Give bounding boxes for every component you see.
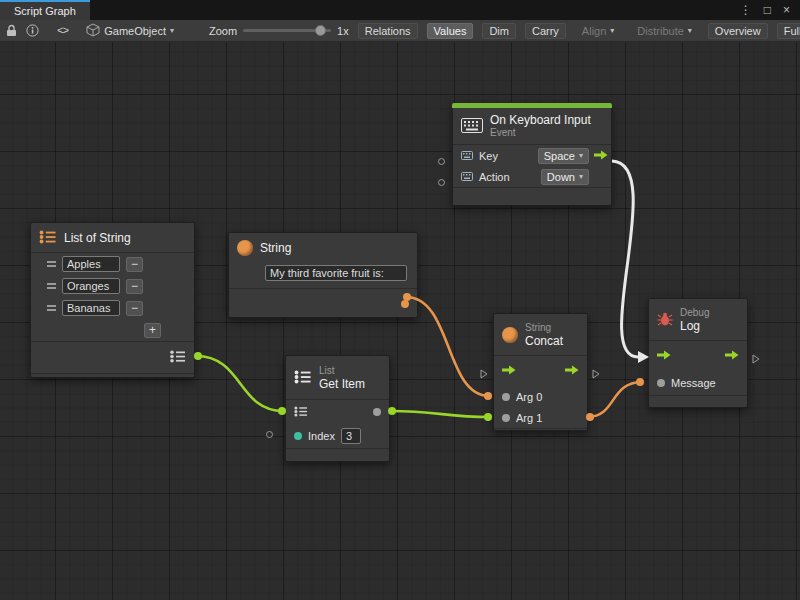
- graph-canvas[interactable]: On Keyboard Input Event Key Space ▾: [0, 42, 800, 600]
- list-icon: [294, 370, 312, 386]
- arg0-row: Arg 0: [494, 386, 587, 407]
- list-output-port-icon[interactable]: [170, 350, 186, 365]
- node-title: On Keyboard Input: [490, 113, 591, 127]
- node-footer: [649, 395, 747, 408]
- graph-toolbar: <> GameObject ▾ Zoom 1x Relations Values…: [0, 20, 800, 42]
- node-debug-log[interactable]: Debug Log Message: [648, 298, 748, 408]
- close-icon[interactable]: ×: [783, 3, 790, 17]
- flow-output-port[interactable]: [725, 350, 739, 362]
- string-value-row: [229, 263, 417, 283]
- list-item-input[interactable]: [62, 278, 120, 294]
- flow-output-triangle[interactable]: [752, 350, 760, 368]
- pane-menu-icon[interactable]: ⋮: [740, 3, 752, 17]
- item-output-port[interactable]: [373, 408, 381, 416]
- arg0-input-port[interactable]: [502, 393, 510, 401]
- arg1-row: Arg 1: [494, 407, 587, 428]
- fullscreen-button[interactable]: Full Screen: [777, 23, 800, 39]
- node-concat[interactable]: String Concat Arg 0 Arg 1: [493, 313, 588, 431]
- message-row: Message: [649, 371, 747, 395]
- list-icon: [39, 230, 57, 246]
- overview-button[interactable]: Overview: [708, 23, 768, 39]
- key-port-circle[interactable]: [438, 158, 445, 165]
- list-item-input[interactable]: [62, 256, 120, 272]
- code-icon[interactable]: <>: [57, 22, 68, 40]
- string-value-input[interactable]: [265, 265, 407, 281]
- key-dropdown[interactable]: Space ▾: [538, 148, 589, 164]
- bug-icon: [657, 311, 673, 329]
- drag-handle-icon[interactable]: [47, 283, 56, 289]
- node-header-text: List Get Item: [319, 365, 365, 391]
- values-button[interactable]: Values: [427, 23, 474, 39]
- flow-input-triangle[interactable]: [480, 365, 488, 383]
- list-output-row: [31, 341, 194, 373]
- flow-output-port[interactable]: [594, 150, 608, 162]
- drag-handle-icon[interactable]: [47, 261, 56, 267]
- node-footer: [31, 373, 194, 379]
- arg1-input-port[interactable]: [502, 414, 510, 422]
- list-item-row: −: [31, 253, 194, 275]
- zoom-slider[interactable]: [243, 29, 331, 32]
- string-output-port[interactable]: [401, 300, 409, 308]
- add-row[interactable]: −: [126, 301, 143, 316]
- wire-concat-to-log: [588, 382, 642, 417]
- node-title: Concat: [525, 334, 563, 348]
- restore-icon[interactable]: □: [764, 3, 771, 17]
- zoom-knob[interactable]: [315, 25, 326, 36]
- index-port-circle[interactable]: [266, 431, 273, 438]
- wire-list-to-getitem: [196, 356, 283, 411]
- action-dropdown[interactable]: Down ▾: [541, 169, 589, 185]
- dim-button[interactable]: Dim: [482, 23, 516, 39]
- gameobject-label: GameObject: [104, 25, 166, 37]
- distribute-button[interactable]: Distribute ▾: [630, 23, 698, 39]
- node-footer: [286, 448, 389, 463]
- add-item-button[interactable]: +: [144, 323, 161, 338]
- node-category: List: [319, 365, 365, 377]
- chevron-down-icon: ▾: [579, 151, 583, 160]
- flow-input-port[interactable]: [657, 350, 671, 362]
- gameobject-selector[interactable]: GameObject ▾: [86, 23, 174, 39]
- wire-flow-keyboard-to-log: [612, 161, 638, 357]
- list-input-port-icon[interactable]: [294, 406, 308, 419]
- remove-item-button[interactable]: −: [126, 257, 143, 272]
- node-title: List of String: [64, 231, 131, 245]
- flow-output-triangle[interactable]: [592, 365, 600, 383]
- node-get-item[interactable]: List Get Item Index: [285, 355, 390, 462]
- node-header: List Get Item: [286, 356, 389, 400]
- flow-output-port[interactable]: [565, 365, 579, 377]
- key-row: Key Space ▾: [453, 145, 611, 166]
- node-header: On Keyboard Input Event: [453, 108, 611, 145]
- flow-input-port[interactable]: [502, 365, 516, 377]
- relations-button[interactable]: Relations: [358, 23, 418, 39]
- node-title: String: [260, 241, 291, 255]
- drag-handle-icon[interactable]: [47, 305, 56, 311]
- node-header-text: Debug Log: [680, 307, 709, 333]
- chevron-down-icon: ▾: [579, 172, 583, 181]
- list-item-input[interactable]: [62, 300, 120, 316]
- zoom-label: Zoom: [209, 25, 237, 37]
- node-subtitle: Event: [490, 127, 591, 139]
- tab-script-graph[interactable]: Script Graph: [0, 0, 90, 20]
- node-string-literal[interactable]: String: [228, 232, 418, 318]
- flow-row: [494, 356, 587, 386]
- keyboard-small-icon: [461, 150, 473, 162]
- node-on-keyboard-input[interactable]: On Keyboard Input Event Key Space ▾: [452, 103, 612, 206]
- lock-icon[interactable]: [6, 22, 17, 40]
- message-input-port[interactable]: [657, 379, 665, 387]
- index-label: Index: [308, 430, 335, 442]
- node-header-text: String Concat: [525, 322, 563, 348]
- key-value: Space: [544, 150, 575, 162]
- node-header: List of String: [31, 223, 194, 253]
- key-label: Key: [479, 150, 498, 162]
- align-button[interactable]: Align ▾: [575, 23, 621, 39]
- index-input[interactable]: [341, 428, 361, 444]
- action-port-circle[interactable]: [438, 179, 445, 186]
- info-icon[interactable]: [26, 22, 39, 40]
- remove-item-button[interactable]: −: [126, 279, 143, 294]
- index-input-port[interactable]: [294, 432, 302, 440]
- node-list-of-string[interactable]: List of String − − − +: [30, 222, 195, 378]
- string-output-row: [229, 288, 417, 318]
- tab-title: Script Graph: [14, 5, 76, 17]
- carry-button[interactable]: Carry: [525, 23, 566, 39]
- arg1-label: Arg 1: [516, 412, 542, 424]
- node-category: String: [525, 322, 563, 334]
